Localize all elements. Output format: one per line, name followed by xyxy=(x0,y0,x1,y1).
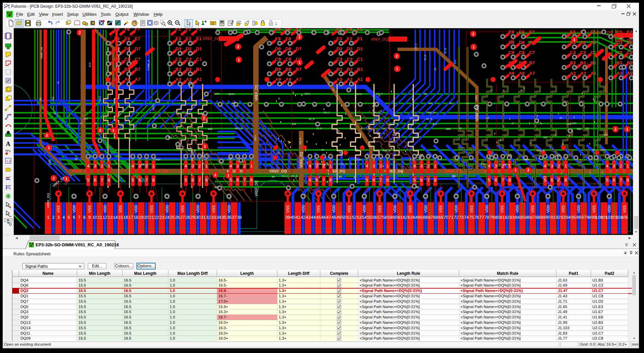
svg-text:A11: A11 xyxy=(154,117,157,119)
svg-text:65: 65 xyxy=(418,215,423,220)
svg-text:TP1: TP1 xyxy=(5,149,11,153)
svg-text:VDD: VDD xyxy=(546,205,550,213)
svg-text:A11: A11 xyxy=(451,175,455,177)
svg-text:C3: C3 xyxy=(616,50,623,55)
svg-text:RAS_N: RAS_N xyxy=(188,149,196,152)
svg-text:15: 15 xyxy=(118,215,123,220)
svg-text:69: 69 xyxy=(438,215,443,220)
svg-text:A15: A15 xyxy=(433,123,437,125)
svg-text:59: 59 xyxy=(387,215,392,220)
svg-text:WE_N: WE_N xyxy=(141,163,148,166)
svg-text:28: 28 xyxy=(185,215,190,220)
svg-text:ODT0: ODT0 xyxy=(228,93,234,95)
svg-text:VDD: VDD xyxy=(48,159,51,165)
svg-text:6: 6 xyxy=(495,178,497,183)
svg-text:E3: E3 xyxy=(570,30,576,35)
svg-text:41: 41 xyxy=(296,215,300,220)
svg-text:6: 6 xyxy=(73,215,75,220)
svg-text:D7: D7 xyxy=(135,46,140,51)
svg-text:B3: B3 xyxy=(175,67,181,72)
svg-text:96: 96 xyxy=(576,215,581,220)
svg-text:RAS_N: RAS_N xyxy=(537,149,544,152)
svg-text:2: 2 xyxy=(396,54,398,58)
svg-text:90: 90 xyxy=(545,215,550,220)
svg-text:5: 5 xyxy=(309,178,311,183)
svg-text:A5: A5 xyxy=(321,149,324,151)
svg-text:A10: A10 xyxy=(390,158,394,160)
svg-text:1: 1 xyxy=(573,38,575,42)
svg-text:58: 58 xyxy=(382,215,387,220)
svg-text:E7: E7 xyxy=(529,30,535,35)
svg-text:C9: C9 xyxy=(508,50,514,55)
svg-text:1: 1 xyxy=(434,163,436,168)
svg-text:CKE0: CKE0 xyxy=(315,163,321,165)
svg-text:4: 4 xyxy=(87,163,89,168)
svg-text:B7: B7 xyxy=(135,67,140,72)
svg-text:50: 50 xyxy=(341,215,346,220)
svg-text:4: 4 xyxy=(309,163,311,168)
svg-text:BA0: BA0 xyxy=(208,128,212,130)
svg-text:VDD: VDD xyxy=(332,205,336,213)
svg-text:2: 2 xyxy=(620,163,622,168)
svg-text:43: 43 xyxy=(306,215,311,220)
svg-text:63: 63 xyxy=(408,215,413,220)
svg-text:1: 1 xyxy=(515,168,517,172)
svg-text:57: 57 xyxy=(377,215,382,220)
svg-text:22: 22 xyxy=(154,215,159,220)
svg-text:2: 2 xyxy=(427,163,429,168)
svg-text:8: 8 xyxy=(152,178,155,183)
svg-text:A2: A2 xyxy=(449,102,452,104)
svg-text:32: 32 xyxy=(206,215,211,220)
svg-text:19: 19 xyxy=(139,215,144,220)
svg-text:A2: A2 xyxy=(627,71,633,76)
svg-text:67: 67 xyxy=(428,215,433,220)
svg-text:1: 1 xyxy=(299,61,301,64)
svg-text:VDD: VDD xyxy=(393,205,397,213)
svg-text:76: 76 xyxy=(474,215,479,220)
svg-text:A8: A8 xyxy=(124,77,130,82)
svg-text:5: 5 xyxy=(544,178,546,183)
svg-text:A12: A12 xyxy=(543,136,548,139)
svg-text:CKE0: CKE0 xyxy=(475,95,477,101)
svg-text:7: 7 xyxy=(145,178,148,183)
svg-text:A2: A2 xyxy=(186,77,192,82)
svg-text:46: 46 xyxy=(321,215,326,220)
svg-text:47: 47 xyxy=(326,215,331,220)
svg-text:61: 61 xyxy=(397,215,402,220)
svg-text:A12: A12 xyxy=(372,102,376,104)
svg-text:2: 2 xyxy=(527,168,529,172)
svg-text:1: 1 xyxy=(626,128,628,131)
svg-text:VSS: VSS xyxy=(88,205,92,213)
svg-text:A9: A9 xyxy=(275,77,281,82)
svg-text:S0_N: S0_N xyxy=(316,127,322,130)
svg-text:10: 10 xyxy=(92,215,97,220)
svg-text:VDD: VDD xyxy=(72,205,76,213)
svg-text:12: 12 xyxy=(211,22,214,25)
svg-text:D1: D1 xyxy=(590,40,596,45)
svg-text:Q: Q xyxy=(9,222,12,226)
svg-text:8: 8 xyxy=(329,178,332,183)
svg-text:CKE0: CKE0 xyxy=(600,149,606,151)
svg-text:68: 68 xyxy=(433,215,438,220)
svg-text:4: 4 xyxy=(131,163,134,168)
svg-text:1: 1 xyxy=(108,163,110,168)
svg-text:55: 55 xyxy=(367,215,372,220)
svg-text:E2: E2 xyxy=(186,36,192,41)
svg-text:5: 5 xyxy=(87,178,89,183)
svg-text:6: 6 xyxy=(94,178,96,183)
svg-text:A11: A11 xyxy=(51,96,54,101)
svg-text:A0: A0 xyxy=(543,175,546,178)
svg-text:4: 4 xyxy=(366,163,368,168)
svg-text:B3: B3 xyxy=(336,67,342,72)
svg-text:1: 1 xyxy=(386,163,389,168)
svg-text:VSS: VSS xyxy=(561,205,565,213)
svg-text:40: 40 xyxy=(290,215,295,220)
svg-text:92: 92 xyxy=(556,215,560,220)
svg-text:84: 84 xyxy=(515,215,520,220)
svg-text:6: 6 xyxy=(613,178,615,183)
svg-text:A9: A9 xyxy=(94,122,97,124)
svg-text:BA0: BA0 xyxy=(577,128,581,130)
svg-text:VSS: VSS xyxy=(531,205,535,213)
svg-text:C1: C1 xyxy=(357,57,363,62)
svg-text:C1: C1 xyxy=(196,57,202,62)
